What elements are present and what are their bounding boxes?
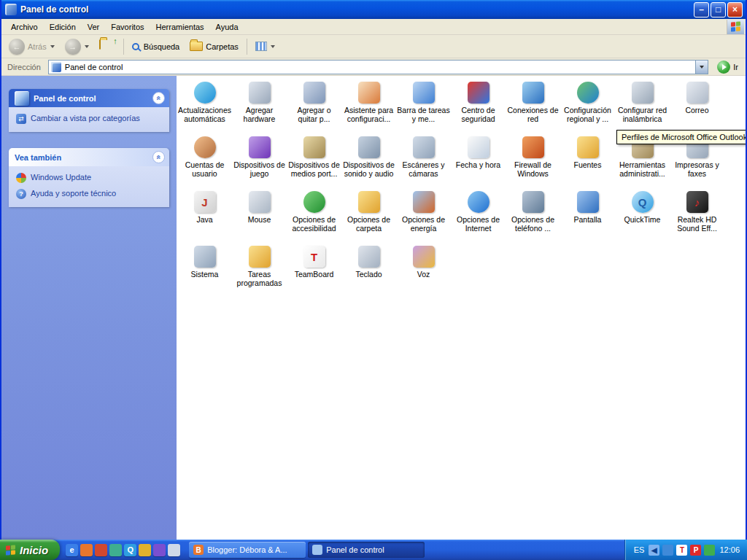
- show-desktop-icon[interactable]: [168, 544, 180, 556]
- control-panel-item-label: Opciones de accesibilidad: [287, 215, 341, 233]
- control-panel-item[interactable]: Agregar hardware: [232, 82, 287, 136]
- back-label: Atrás: [28, 42, 47, 51]
- menu-ayuda[interactable]: Ayuda: [211, 20, 244, 34]
- quicktime-icon[interactable]: Q: [124, 544, 136, 556]
- control-panel-item[interactable]: Opciones de carpeta: [341, 191, 396, 246]
- address-dropdown-button[interactable]: [695, 61, 708, 74]
- firefox-icon[interactable]: [80, 544, 93, 556]
- control-panel-item[interactable]: Configuración regional y ...: [560, 82, 615, 136]
- control-panel-item[interactable]: Escáneres y cámaras: [396, 136, 451, 191]
- control-panel-item[interactable]: Opciones de teléfono ...: [506, 191, 560, 246]
- control-panel-item[interactable]: Dispositivos de juego: [232, 136, 287, 191]
- control-panel-item-label: Pantalla: [574, 215, 602, 224]
- maximize-button[interactable]: □: [711, 2, 726, 18]
- control-panel-item-label: Opciones de teléfono ...: [506, 215, 560, 233]
- control-panel-item[interactable]: Voz: [396, 246, 451, 300]
- switch-category-view-link[interactable]: ⇄ Cambiar a vista por categorías: [16, 114, 163, 124]
- taskbar-task-button[interactable]: Panel de control: [308, 542, 425, 558]
- control-panel-item[interactable]: Agregar o quitar p...: [287, 82, 341, 136]
- content-area: Panel de control « ⇄ Cambiar a vista por…: [1, 76, 746, 540]
- mail-icon: [686, 82, 708, 104]
- messenger-icon[interactable]: [109, 544, 122, 556]
- browser-icon[interactable]: [153, 544, 166, 556]
- taskbar-task-button[interactable]: BBlogger: Débora & A...: [189, 542, 306, 558]
- control-panel-item[interactable]: Teclado: [341, 246, 396, 300]
- menu-edicion[interactable]: Edición: [44, 20, 81, 34]
- help-support-link[interactable]: ? Ayuda y soporte técnico: [16, 189, 163, 199]
- control-panel-icon: [51, 62, 61, 72]
- panel-title: Vea también: [15, 153, 61, 162]
- teamboard-tray-icon[interactable]: T: [676, 545, 687, 556]
- control-panel-item[interactable]: Impresoras y faxes: [670, 136, 724, 191]
- back-button[interactable]: Atrás: [4, 36, 59, 57]
- teamboard-icon: T: [303, 246, 325, 268]
- control-panel-item[interactable]: Cuentas de usuario: [177, 136, 232, 191]
- update-tray-icon[interactable]: [704, 545, 715, 556]
- control-panel-item-label: Asistente para configuraci...: [342, 106, 396, 123]
- control-panel-item[interactable]: Centro de seguridad: [451, 82, 506, 136]
- control-panel-item[interactable]: ♪Realtek HD Sound Eff...: [670, 191, 724, 246]
- language-indicator[interactable]: ES: [634, 545, 645, 554]
- control-panel-item[interactable]: Herramientas administrati...: [615, 136, 670, 191]
- start-label: Inicio: [20, 544, 48, 556]
- control-panel-item-label: Opciones de energía: [397, 215, 451, 233]
- clock: 12:06: [719, 545, 740, 554]
- minimize-button[interactable]: –: [694, 2, 709, 18]
- control-panel-item[interactable]: Sistema: [177, 246, 232, 300]
- menu-favoritos[interactable]: Favoritos: [106, 20, 149, 34]
- control-panel-item[interactable]: Mouse: [232, 191, 287, 246]
- windows-firewall-icon: [522, 136, 544, 158]
- control-panel-item-label: TeamBoard: [295, 270, 334, 279]
- control-panel-item[interactable]: Dispositivos de medios port...: [287, 136, 341, 191]
- control-panel-item[interactable]: QQuickTime: [615, 191, 670, 246]
- control-panel-item[interactable]: Opciones de energía: [396, 191, 451, 246]
- control-panel-item-label: Fuentes: [574, 160, 602, 169]
- control-panel-item[interactable]: Fuentes: [560, 136, 615, 191]
- control-panel-item[interactable]: Actualizaciones automáticas: [177, 82, 232, 136]
- menu-ver[interactable]: Ver: [82, 20, 105, 34]
- control-panel-item[interactable]: Configurar red inalámbrica: [615, 82, 670, 136]
- media-player-icon[interactable]: [95, 544, 107, 556]
- link-label: Windows Update: [31, 173, 91, 182]
- control-panel-item[interactable]: Tareas programadas: [232, 246, 287, 300]
- views-button[interactable]: [251, 39, 279, 53]
- control-panel-item[interactable]: Firewall de Windows: [506, 136, 560, 191]
- control-panel-item[interactable]: TTeamBoard: [287, 246, 341, 300]
- volume-icon[interactable]: ◀: [649, 545, 659, 556]
- collapse-chevron-icon[interactable]: «: [152, 151, 165, 163]
- go-button[interactable]: Ir: [713, 60, 743, 74]
- control-panel-item[interactable]: Barra de tareas y me...: [396, 82, 451, 136]
- menu-herramientas[interactable]: Herramientas: [151, 20, 209, 34]
- forward-button[interactable]: [61, 36, 93, 57]
- control-panel-window: Panel de control – □ × Archivo Edición V…: [0, 0, 747, 540]
- search-button[interactable]: Búsqueda: [128, 40, 185, 53]
- network-status-icon[interactable]: [662, 545, 673, 556]
- quicktime-icon: Q: [632, 191, 654, 213]
- keyboard-icon: [358, 246, 380, 268]
- forward-icon: [65, 39, 81, 55]
- control-panel-item[interactable]: JJava: [177, 191, 232, 246]
- control-panel-item-label: Mouse: [248, 215, 271, 224]
- internet-explorer-icon[interactable]: e: [66, 544, 78, 556]
- antivirus-tray-icon[interactable]: P: [690, 545, 701, 556]
- up-button[interactable]: ↑: [95, 38, 120, 55]
- close-button[interactable]: ×: [727, 2, 743, 18]
- title-bar: Panel de control – □ ×: [1, 0, 746, 19]
- back-dropdown-icon: [50, 45, 55, 48]
- control-panel-item[interactable]: Opciones de Internet: [451, 191, 506, 246]
- sidebar-panel-see-also: Vea también « Windows Update ? Ayuda y s…: [9, 148, 169, 207]
- control-panel-item[interactable]: Fecha y hora: [451, 136, 506, 191]
- menu-archivo[interactable]: Archivo: [6, 20, 43, 34]
- windows-update-link[interactable]: Windows Update: [16, 173, 163, 183]
- collapse-chevron-icon[interactable]: «: [152, 92, 165, 104]
- start-button[interactable]: Inicio: [0, 540, 60, 560]
- folders-button[interactable]: Carpetas: [185, 39, 243, 53]
- control-panel-item[interactable]: Dispositivos de sonido y audio: [341, 136, 396, 191]
- control-panel-item[interactable]: Correo: [670, 82, 724, 136]
- control-panel-item[interactable]: Asistente para configuraci...: [341, 82, 396, 136]
- control-panel-item[interactable]: Pantalla: [560, 191, 615, 246]
- mail-app-icon[interactable]: [139, 544, 151, 556]
- address-input[interactable]: Panel de control: [48, 60, 708, 74]
- control-panel-item[interactable]: Opciones de accesibilidad: [287, 191, 341, 246]
- control-panel-item[interactable]: Conexiones de red: [506, 82, 560, 136]
